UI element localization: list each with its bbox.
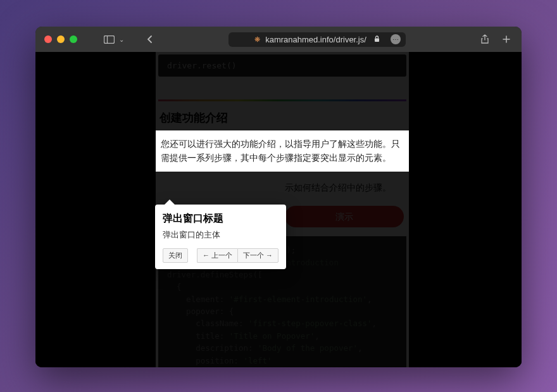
minimize-window-button[interactable]: [57, 35, 65, 43]
url-text: kamranahmed.info/driver.js/: [265, 35, 366, 44]
popover-next-button[interactable]: 下一个 →: [237, 248, 278, 263]
lock-icon: [374, 35, 380, 44]
back-button[interactable]: [143, 33, 156, 46]
svg-rect-2: [375, 38, 379, 42]
popover-description: 弹出窗口的主体: [163, 229, 278, 241]
driver-popover: 弹出窗口标题 弹出窗口的主体 关闭 ← 上一个 下一个 →: [155, 205, 286, 269]
popover-nav-group: ← 上一个 下一个 →: [197, 248, 278, 263]
reader-mode-icon[interactable]: ⋯: [391, 34, 401, 44]
popover-close-button[interactable]: 关闭: [163, 248, 188, 263]
popover-actions: 关闭 ← 上一个 下一个 →: [163, 248, 278, 263]
chevron-down-icon[interactable]: ⌄: [119, 36, 124, 43]
titlebar: ⌄ ❋ kamranahmed.info/driver.js/ ⋯: [35, 27, 522, 52]
popover-prev-button[interactable]: ← 上一个: [197, 248, 237, 263]
address-bar-container: ❋ kamranahmed.info/driver.js/ ⋯: [161, 32, 473, 47]
new-tab-icon[interactable]: [500, 33, 513, 46]
traffic-lights: [44, 35, 77, 43]
browser-window: ⌄ ❋ kamranahmed.info/driver.js/ ⋯: [35, 27, 522, 367]
popover-arrow: [165, 199, 175, 205]
popover-title: 弹出窗口标题: [163, 212, 278, 225]
svg-rect-0: [104, 35, 114, 43]
close-window-button[interactable]: [44, 35, 52, 43]
site-settings-icon: ❋: [254, 35, 260, 44]
maximize-window-button[interactable]: [70, 35, 77, 43]
share-icon[interactable]: [479, 33, 491, 46]
highlighted-step-element: 您还可以进行强大的功能介绍，以指导用户了解这些功能。只需提供一系列步骤，其中每个…: [156, 130, 409, 172]
web-content: driver.reset() 创建功能介绍 您还可以进行强大的功能介绍，以指导用…: [35, 52, 522, 367]
address-bar[interactable]: ❋ kamranahmed.info/driver.js/ ⋯: [228, 32, 406, 47]
sidebar-icon[interactable]: [103, 33, 115, 46]
